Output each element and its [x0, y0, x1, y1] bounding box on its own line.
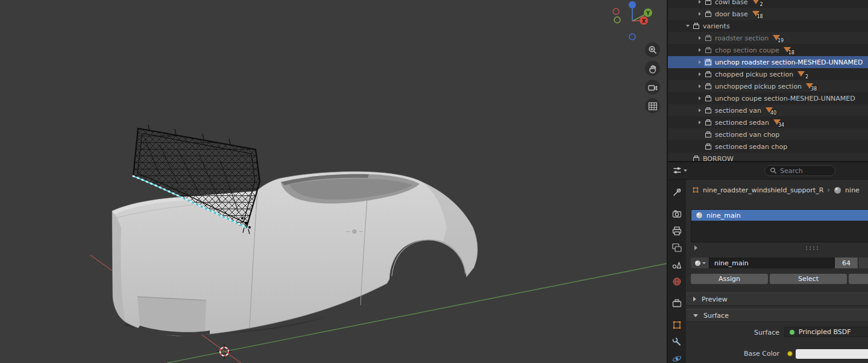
- chevron-down-icon: [693, 314, 698, 317]
- collection-icon: [704, 95, 712, 103]
- mesh-count-badge: 38: [806, 83, 814, 90]
- outliner-row[interactable]: sectioned van 40: [668, 104, 868, 116]
- surface-shader-dropdown[interactable]: Principled BSDF: [784, 327, 868, 337]
- axis-y-positive[interactable]: Y: [644, 8, 652, 17]
- axis-z-negative[interactable]: [629, 34, 635, 40]
- render-camera-icon: [671, 209, 682, 219]
- outliner-label: sectioned sedan chop: [715, 143, 787, 151]
- axis-y-negative[interactable]: [614, 17, 620, 23]
- preview-panel-header[interactable]: Preview: [686, 292, 868, 306]
- tool-icon: [671, 187, 682, 198]
- outliner-row[interactable]: chop section coupe 18: [668, 44, 868, 56]
- grid-icon: [647, 101, 658, 112]
- collection-icon: [704, 83, 712, 90]
- viewport-scene: [0, 0, 667, 363]
- collection-icon: [692, 155, 700, 163]
- object-icon: [692, 186, 699, 194]
- 3d-viewport[interactable]: Y X: [0, 0, 668, 363]
- users-count-button[interactable]: 64: [834, 257, 858, 268]
- preview-panel-label: Preview: [702, 295, 728, 303]
- surface-panel-label: Surface: [703, 312, 729, 320]
- tab-render[interactable]: [669, 206, 685, 222]
- search-placeholder: Search: [780, 167, 803, 175]
- fake-user-button[interactable]: [858, 257, 868, 268]
- assignment-buttons: Assign Select: [691, 274, 868, 284]
- zoom-button[interactable]: [645, 42, 660, 57]
- outliner-row[interactable]: varients: [668, 20, 868, 32]
- axis-z-positive[interactable]: [629, 1, 636, 8]
- material-sphere-icon: [694, 260, 701, 267]
- model-car-body[interactable]: [112, 171, 477, 336]
- navigation-gizmo[interactable]: Y X: [599, 0, 663, 42]
- chevron-down-icon: [702, 262, 706, 264]
- outliner-label: door base: [715, 10, 748, 18]
- camera-view-button[interactable]: [645, 80, 660, 95]
- outliner-row[interactable]: cowl base 2: [668, 0, 868, 8]
- tab-view-layer[interactable]: [669, 240, 685, 256]
- tab-output[interactable]: [669, 223, 685, 239]
- mesh-count-badge: 34: [773, 119, 781, 126]
- outliner-row[interactable]: BORROW: [668, 153, 868, 162]
- outliner-row[interactable]: sectioned sedan chop: [668, 140, 868, 153]
- tab-physics[interactable]: [669, 351, 685, 363]
- tab-modifiers[interactable]: [669, 334, 685, 350]
- material-slot-list: nine_main: [691, 209, 868, 242]
- outliner-label: cowl base: [715, 0, 748, 6]
- tab-tool[interactable]: [669, 185, 685, 200]
- chevron-right-icon[interactable]: [696, 109, 704, 112]
- outliner-label: BORROW: [703, 155, 734, 163]
- collection-icon: [704, 0, 712, 6]
- chevron-right-icon[interactable]: [696, 12, 704, 16]
- axis-y-label: Y: [646, 10, 650, 16]
- tab-object[interactable]: [669, 317, 685, 333]
- outliner-row[interactable]: sectioned van chop: [668, 128, 868, 140]
- breadcrumb-material[interactable]: nine: [845, 186, 860, 194]
- editor-type-button[interactable]: [673, 166, 687, 175]
- outliner-row[interactable]: sectioned sedan 34: [668, 116, 868, 128]
- properties-editor-icon: [673, 166, 682, 175]
- collection-icon: [704, 46, 712, 54]
- collection-icon: [704, 71, 712, 78]
- surface-label: Surface: [686, 329, 779, 336]
- material-name-field[interactable]: nine_main: [709, 257, 834, 268]
- mesh-count-badge: 19: [773, 34, 781, 42]
- tab-collection[interactable]: [669, 295, 685, 311]
- chevron-right-icon[interactable]: [696, 84, 704, 88]
- chevron-right-icon: [693, 297, 696, 301]
- base-color-swatch[interactable]: [796, 349, 868, 359]
- chevron-right-icon[interactable]: [696, 48, 704, 52]
- outliner-row[interactable]: unchopped pickup section 38: [668, 80, 868, 92]
- surface-panel-header[interactable]: Surface: [686, 309, 868, 322]
- base-color-label: Base Color: [686, 350, 779, 358]
- assign-button[interactable]: Assign: [691, 274, 768, 284]
- browse-material-button[interactable]: [691, 257, 709, 268]
- chevron-right-icon[interactable]: [696, 0, 704, 4]
- tab-world[interactable]: [669, 274, 685, 289]
- axis-x-negative[interactable]: [613, 8, 619, 14]
- outliner-row[interactable]: door base 18: [668, 8, 868, 20]
- chevron-right-icon[interactable]: [696, 96, 704, 100]
- material-slot-selected[interactable]: nine_main: [691, 210, 868, 221]
- chevron-right-icon[interactable]: [696, 60, 704, 64]
- grip-dots-icon[interactable]: [805, 246, 820, 251]
- select-button[interactable]: Select: [770, 274, 847, 284]
- tab-scene[interactable]: [669, 257, 685, 273]
- expand-triangle-icon[interactable]: [694, 245, 697, 250]
- deselect-button[interactable]: [849, 274, 868, 284]
- grid-view-button[interactable]: [645, 98, 660, 113]
- chevron-right-icon[interactable]: [696, 72, 704, 76]
- properties-tab-strip: [668, 180, 686, 363]
- chevron-right-icon[interactable]: [696, 36, 704, 40]
- outliner-row[interactable]: unchop coupe section-MESHED-UNNAMED: [668, 92, 868, 104]
- outliner-label: sectioned sedan: [715, 119, 769, 127]
- outliner-row[interactable]: chopped pickup section 2: [668, 68, 868, 80]
- outliner-row[interactable]: roadster section 19: [668, 32, 868, 44]
- chevron-right-icon[interactable]: [696, 121, 704, 124]
- outliner-row-selected[interactable]: unchop roadster section-MESHED-UNNAMED: [668, 56, 868, 68]
- search-input[interactable]: Search: [764, 165, 835, 176]
- pan-button[interactable]: [645, 61, 660, 76]
- axis-x-positive[interactable]: X: [640, 16, 648, 25]
- chevron-down-icon[interactable]: [684, 25, 692, 27]
- breadcrumb-object[interactable]: nine_roadster_windshield_support_R: [703, 186, 823, 194]
- collection-icon: [704, 131, 712, 139]
